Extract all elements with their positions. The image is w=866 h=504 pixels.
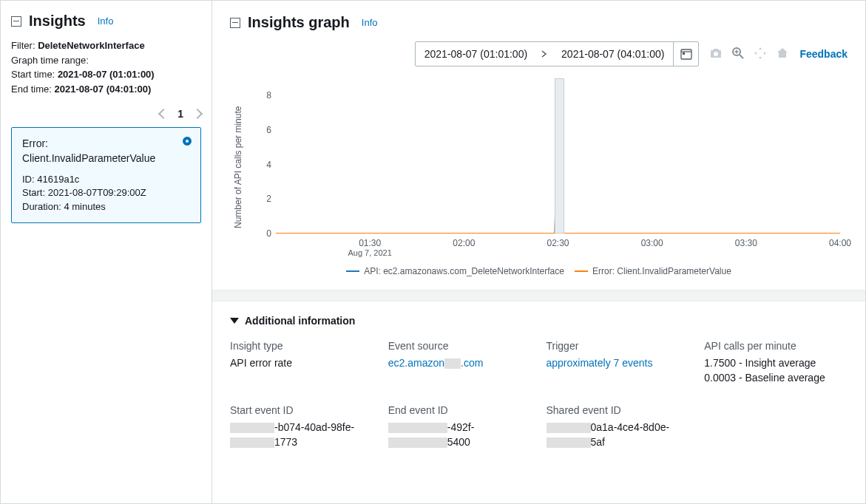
graph-time-range-label: Graph time range: bbox=[11, 53, 201, 68]
y-axis-label: Number of API calls per minute bbox=[230, 71, 246, 263]
time-range-picker[interactable]: 2021-08-07 (01:01:00) 2021-08-07 (04:01:… bbox=[415, 41, 700, 67]
field-insight-type: Insight type API error rate bbox=[230, 340, 373, 385]
zoom-icon[interactable] bbox=[731, 47, 745, 62]
graph-title: Insights graph bbox=[248, 14, 350, 31]
svg-rect-1 bbox=[683, 52, 685, 55]
filter-line: Filter: DeleteNetworkInterface bbox=[11, 38, 201, 53]
field-end-event-id: End event ID -492f-5400 bbox=[388, 404, 532, 449]
time-range-start: 2021-08-07 (01:01:00) bbox=[416, 48, 536, 60]
field-api-calls: API calls per minute 1.7500 - Insight av… bbox=[704, 340, 848, 385]
main-panel: Insights graph Info 2021-08-07 (01:01:00… bbox=[212, 1, 865, 503]
trigger-link[interactable]: approximately 7 events bbox=[547, 357, 653, 369]
home-icon[interactable] bbox=[776, 47, 789, 62]
pager: 1 bbox=[11, 108, 201, 120]
field-start-event-id: Start event ID -b074-40ad-98fe-1773 bbox=[230, 404, 373, 449]
time-range-end: 2021-08-07 (04:01:00) bbox=[552, 48, 673, 60]
insights-sidebar: Insights Info Filter: DeleteNetworkInter… bbox=[1, 1, 212, 503]
additional-info-grid: Insight type API error rate Event source… bbox=[230, 340, 848, 449]
chart: Number of API calls per minute 02468 01:… bbox=[230, 71, 848, 263]
field-event-source: Event source ec2.amazon.com bbox=[388, 340, 532, 385]
pager-current: 1 bbox=[177, 108, 183, 120]
calendar-icon[interactable] bbox=[673, 41, 698, 67]
collapse-icon[interactable] bbox=[11, 16, 21, 27]
graph-info-link[interactable]: Info bbox=[362, 17, 378, 28]
field-trigger: Trigger approximately 7 events bbox=[547, 340, 690, 385]
field-shared-event-id: Shared event ID 0a1a-4ce4-8d0e-5af bbox=[547, 404, 690, 449]
pan-icon[interactable] bbox=[754, 47, 767, 62]
pager-prev-icon[interactable] bbox=[158, 109, 169, 119]
collapse-icon[interactable] bbox=[230, 18, 240, 28]
camera-icon[interactable] bbox=[709, 47, 723, 62]
sidebar-title: Insights bbox=[29, 13, 86, 30]
svg-point-3 bbox=[714, 52, 718, 56]
insight-card[interactable]: Error: Client.InvalidParameterValue ID: … bbox=[11, 127, 201, 223]
selected-indicator-icon bbox=[183, 137, 192, 146]
end-time-line: End time: 2021-08-07 (04:01:00) bbox=[11, 82, 201, 97]
additional-info-toggle[interactable]: Additional information bbox=[230, 315, 848, 327]
caret-down-icon bbox=[230, 318, 239, 324]
start-time-line: Start time: 2021-08-07 (01:01:00) bbox=[11, 67, 201, 82]
svg-line-5 bbox=[740, 55, 743, 58]
card-title: Error: Client.InvalidParameterValue bbox=[22, 137, 190, 166]
feedback-link[interactable]: Feedback bbox=[799, 48, 848, 60]
pager-next-icon[interactable] bbox=[192, 109, 203, 119]
chevron-right-icon bbox=[536, 48, 552, 60]
sidebar-info-link[interactable]: Info bbox=[98, 16, 114, 27]
event-source-link[interactable]: ec2.amazon.com bbox=[388, 357, 484, 369]
card-meta: ID: 41619a1c Start: 2021-08-07T09:29:00Z… bbox=[22, 173, 190, 214]
legend: API: ec2.amazonaws.com_DeleteNetworkInte… bbox=[230, 266, 848, 276]
